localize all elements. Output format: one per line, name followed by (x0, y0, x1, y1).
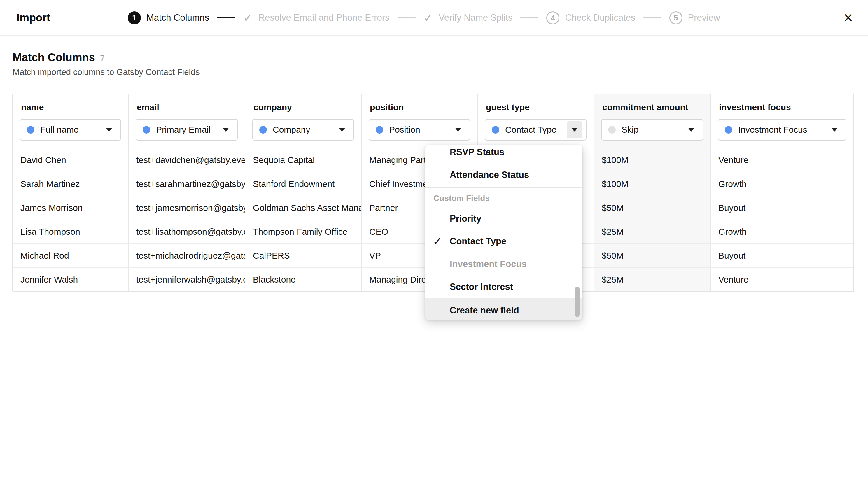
cell-company: Goldman Sachs Asset Manag (245, 196, 362, 220)
step-connector (643, 17, 661, 19)
skip-dot-icon (608, 126, 616, 133)
cell-focus: Venture (711, 268, 854, 291)
cell-company: Sequoia Capital (245, 149, 362, 172)
cell-commitment: $50M (594, 196, 711, 220)
dropdown-caret-button[interactable] (450, 121, 466, 138)
step-match-columns[interactable]: 1 Match Columns (128, 11, 209, 25)
cell-commitment: $25M (594, 220, 711, 244)
dropdown-caret-button[interactable] (218, 121, 234, 138)
step-4-label: Check Duplicates (565, 12, 635, 23)
column-header-position: position Position (362, 94, 478, 148)
step-connector (217, 17, 235, 19)
step-connector (520, 17, 538, 19)
chevron-down-icon (339, 128, 345, 132)
column-header-name: name Full name (13, 94, 129, 148)
step-connector (398, 17, 415, 19)
menu-item-create-new-field[interactable]: Create new field (425, 298, 583, 320)
cell-name: Lisa Thompson (13, 220, 129, 244)
cell-email: test+sarahmartinez@gatsby.e (129, 172, 245, 196)
import-stepper: 1 Match Columns ✓ Resolve Email and Phon… (128, 0, 720, 36)
menu-item-contact-type[interactable]: ✓ Contact Type (425, 230, 583, 253)
step-5-badge: 5 (670, 11, 682, 25)
mapped-dot-icon (143, 126, 150, 133)
step-1-label: Match Columns (147, 12, 209, 23)
column-label: company (253, 102, 292, 112)
section-title: Match Columns (12, 51, 95, 64)
menu-item-priority[interactable]: Priority (425, 207, 583, 230)
cell-email: test+davidchen@gatsby.even (129, 149, 245, 172)
mapper-value: Primary Email (156, 125, 218, 135)
cell-company: CalPERS (245, 244, 362, 267)
step-check-duplicates[interactable]: 4 Check Duplicates (546, 11, 635, 25)
field-dropdown-menu: RSVP Status Attendance Status Custom Fie… (425, 145, 583, 320)
cell-commitment: $100M (594, 172, 711, 196)
cell-company: Blackstone (245, 268, 362, 291)
menu-item-rsvp-status[interactable]: RSVP Status (425, 145, 583, 164)
column-count-badge: 7 (100, 54, 105, 63)
field-mapper-commitment-amount[interactable]: Skip (601, 119, 703, 140)
dropdown-caret-button[interactable] (101, 121, 117, 138)
menu-item-sector-interest[interactable]: Sector Interest (425, 276, 583, 298)
close-icon[interactable]: ✕ (843, 0, 854, 36)
cell-name: Michael Rod (13, 244, 129, 267)
page-title: Import (17, 0, 50, 36)
mapper-value: Contact Type (505, 125, 567, 135)
section-header: Match Columns 7 Match imported columns t… (12, 51, 199, 77)
check-icon: ✓ (424, 12, 433, 24)
cell-focus: Buyout (711, 196, 854, 220)
menu-item-investment-focus: Investment Focus (425, 253, 583, 276)
column-header-email: email Primary Email (129, 94, 245, 148)
menu-item-attendance-status[interactable]: Attendance Status (425, 164, 583, 186)
dropdown-caret-button[interactable] (827, 121, 842, 138)
top-bar: Import 1 Match Columns ✓ Resolve Email a… (0, 0, 868, 36)
cell-name: David Chen (13, 149, 129, 172)
cell-name: James Morrison (13, 196, 129, 220)
mapped-dot-icon (259, 126, 267, 133)
step-2-label: Resolve Email and Phone Errors (258, 12, 390, 23)
field-mapper-position[interactable]: Position (369, 119, 470, 140)
check-icon: ✓ (433, 235, 442, 248)
cell-focus: Buyout (711, 244, 854, 267)
mapped-dot-icon (27, 126, 34, 133)
cell-focus: Growth (711, 172, 854, 196)
cell-name: Jennifer Walsh (13, 268, 129, 291)
mapper-value: Skip (622, 125, 683, 135)
field-mapper-email[interactable]: Primary Email (135, 119, 238, 140)
dropdown-caret-button[interactable] (567, 121, 583, 138)
cell-company: Stanford Endowment (245, 172, 362, 196)
field-mapper-company[interactable]: Company (252, 119, 354, 140)
cell-focus: Growth (711, 220, 854, 244)
cell-commitment: $50M (594, 244, 711, 267)
cell-commitment: $100M (594, 149, 711, 172)
check-icon: ✓ (243, 12, 253, 24)
column-label: commitment amount (602, 102, 688, 112)
chevron-down-icon (831, 128, 838, 132)
mapped-dot-icon (492, 126, 499, 133)
menu-scrollbar-thumb[interactable] (575, 287, 580, 317)
step-1-badge: 1 (128, 11, 141, 25)
column-label: position (370, 102, 404, 112)
cell-focus: Venture (711, 149, 854, 172)
step-verify-name-splits[interactable]: ✓ Verify Name Splits (424, 12, 513, 24)
section-subtitle: Match imported columns to Gatsby Contact… (12, 67, 199, 77)
column-header-company: company Company (245, 94, 362, 148)
column-header-investment-focus: investment focus Investment Focus (711, 94, 854, 148)
column-label: name (21, 102, 44, 112)
dropdown-caret-button[interactable] (334, 121, 350, 138)
menu-section-custom-fields: Custom Fields (425, 189, 583, 207)
field-mapper-name[interactable]: Full name (20, 119, 121, 140)
field-mapper-investment-focus[interactable]: Investment Focus (718, 119, 846, 140)
column-label: email (137, 102, 159, 112)
chevron-down-icon (571, 128, 578, 132)
chevron-down-icon (688, 128, 694, 132)
step-5-label: Preview (688, 12, 720, 23)
cell-company: Thompson Family Office (245, 220, 362, 244)
step-resolve-errors[interactable]: ✓ Resolve Email and Phone Errors (243, 12, 390, 24)
table-header-row: name Full name email Primary Email compa… (13, 94, 854, 149)
menu-divider (425, 188, 583, 188)
field-mapper-guest-type[interactable]: Contact Type (485, 119, 587, 140)
cell-email: test+lisathompson@gatsby.e (129, 220, 245, 244)
dropdown-caret-button[interactable] (683, 121, 699, 138)
chevron-down-icon (222, 128, 229, 132)
step-preview[interactable]: 5 Preview (670, 11, 720, 25)
